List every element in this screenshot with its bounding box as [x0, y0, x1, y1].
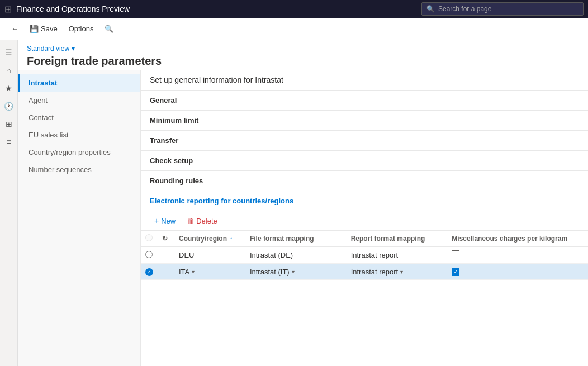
selected-indicator: ✓	[145, 268, 153, 276]
sidebar-item-country-region[interactable]: Country/region properties	[18, 144, 140, 161]
sidebar-item-eu-sales[interactable]: EU sales list	[18, 126, 140, 144]
sidebar-item-contact[interactable]: Contact	[18, 109, 140, 126]
toolbar: ← 💾 Save Options 🔍	[0, 18, 588, 40]
page-header: Standard view ▾ Foreign trade parameters	[18, 40, 588, 70]
search-icon: 🔍	[426, 5, 435, 13]
back-icon: ←	[11, 25, 18, 33]
electronic-reporting-section: Electronic reporting for countries/regio…	[141, 191, 588, 280]
side-icons: ☰ ⌂ ★ 🕐 ⊞ ≡	[0, 40, 18, 366]
row-misc-ita[interactable]: ✓	[447, 264, 588, 280]
row-radio-deu[interactable]	[141, 247, 158, 264]
app-title: Finance and Operations Preview	[16, 4, 417, 13]
table-toolbar: + New 🗑 Delete	[141, 211, 588, 231]
content-wrapper: Standard view ▾ Foreign trade parameters…	[18, 40, 588, 366]
standard-view-selector[interactable]: Standard view ▾	[27, 45, 579, 53]
save-icon: 💾	[30, 25, 39, 33]
misc-checkbox-deu[interactable]	[452, 250, 459, 258]
sidebar-item-number-sequences[interactable]: Number sequences	[18, 161, 140, 178]
home-icon[interactable]: ⌂	[1, 63, 17, 78]
er-title: Electronic reporting for countries/regio…	[141, 191, 588, 211]
th-report-format: Report format mapping	[347, 231, 448, 247]
reporting-table: ↻ Country/region ↑ File format mapping R…	[141, 231, 588, 280]
sort-icon: ↑	[230, 236, 233, 242]
grid-icon[interactable]: ⊞	[4, 4, 12, 15]
table-row[interactable]: DEU Intrastat (DE) Intrastat report	[141, 247, 588, 264]
sidebar-item-intrastat[interactable]: Intrastat	[18, 74, 140, 92]
section-minimum-limit[interactable]: Minimum limit	[141, 111, 588, 131]
sidebar-item-agent[interactable]: Agent	[18, 92, 140, 109]
th-refresh: ↻	[158, 231, 174, 247]
th-file-format: File format mapping	[245, 231, 347, 247]
new-button[interactable]: + New	[150, 215, 180, 227]
file-dropdown-arrow[interactable]: ▾	[292, 269, 295, 275]
misc-checkbox-ita[interactable]: ✓	[452, 268, 459, 276]
row-refresh-ita	[158, 264, 174, 280]
th-select	[141, 231, 158, 247]
left-nav: Intrastat Agent Contact EU sales list Co…	[18, 70, 141, 366]
chevron-down-icon: ▾	[72, 45, 75, 53]
right-content: Set up general information for Intrastat…	[141, 70, 588, 366]
th-misc-charges: Miscellaneous charges per kilogram	[447, 231, 588, 247]
row-refresh-deu	[158, 247, 174, 264]
country-dropdown-arrow[interactable]: ▾	[192, 269, 195, 275]
topbar: ⊞ Finance and Operations Preview 🔍	[0, 0, 588, 18]
modules-icon[interactable]: ≡	[1, 134, 17, 150]
back-button[interactable]: ←	[7, 22, 23, 35]
page-title: Foreign trade parameters	[27, 55, 579, 68]
plus-icon: +	[154, 216, 159, 225]
toolbar-search-button[interactable]: 🔍	[100, 22, 118, 35]
section-transfer[interactable]: Transfer	[141, 131, 588, 151]
row-report-deu: Intrastat report	[347, 247, 448, 264]
app-layout: ☰ ⌂ ★ 🕐 ⊞ ≡ Standard view ▾ Foreign trad…	[0, 40, 588, 366]
row-country-ita[interactable]: ITA ▾	[174, 264, 245, 280]
search-input[interactable]	[438, 5, 578, 13]
row-file-ita[interactable]: Intrastat (IT) ▾	[245, 264, 347, 280]
toolbar-search-icon: 🔍	[105, 25, 113, 33]
select-all-radio[interactable]	[145, 234, 153, 241]
page-body: Intrastat Agent Contact EU sales list Co…	[18, 70, 588, 366]
favorites-icon[interactable]: ★	[1, 80, 17, 96]
intrastat-subtitle: Set up general information for Intrastat	[141, 70, 588, 91]
row-misc-deu[interactable]	[447, 247, 588, 264]
section-rounding-rules[interactable]: Rounding rules	[141, 171, 588, 191]
refresh-icon[interactable]: ↻	[162, 235, 168, 243]
options-button[interactable]: Options	[64, 22, 98, 35]
save-button[interactable]: 💾 Save	[25, 22, 62, 35]
row-report-ita[interactable]: Intrastat report ▾	[347, 264, 448, 280]
page-search[interactable]: 🔍	[421, 2, 584, 16]
delete-button[interactable]: 🗑 Delete	[182, 215, 222, 227]
section-general[interactable]: General	[141, 91, 588, 111]
row-country-deu: DEU	[174, 247, 245, 264]
section-check-setup[interactable]: Check setup	[141, 151, 588, 171]
table-row[interactable]: ✓ ITA ▾	[141, 264, 588, 280]
trash-icon: 🗑	[187, 217, 194, 225]
report-dropdown-arrow[interactable]: ▾	[400, 269, 403, 275]
recent-icon[interactable]: 🕐	[1, 98, 17, 114]
workspaces-icon[interactable]: ⊞	[1, 116, 17, 132]
menu-icon[interactable]: ☰	[1, 45, 17, 60]
th-country[interactable]: Country/region ↑	[174, 231, 245, 247]
row-file-deu: Intrastat (DE)	[245, 247, 347, 264]
row-radio-ita[interactable]: ✓	[141, 264, 158, 280]
